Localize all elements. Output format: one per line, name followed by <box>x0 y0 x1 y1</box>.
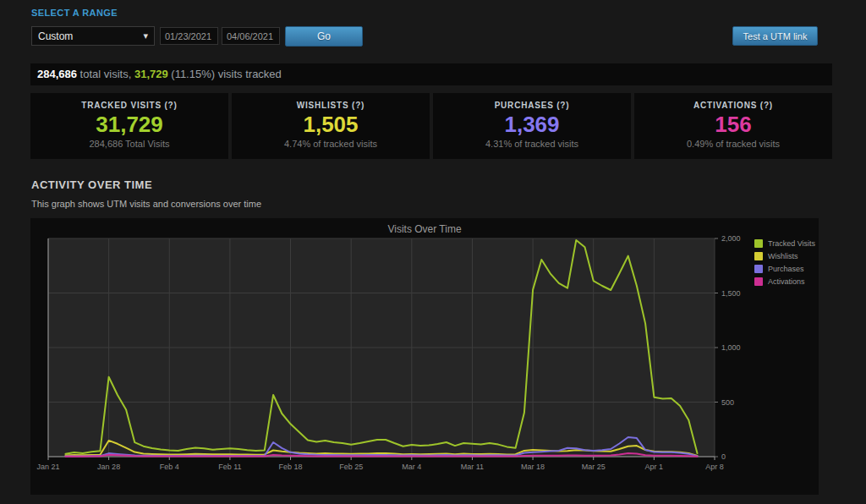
legend-swatch-icon <box>754 277 763 286</box>
x-tick-label: Apr 1 <box>645 463 664 471</box>
total-visits-text: total visits, <box>77 68 134 80</box>
tracked-visits-count: 31,729 <box>134 68 168 80</box>
activity-section-subtitle: This graph shows UTM visits and conversi… <box>31 199 261 209</box>
chart-title: Visits Over Time <box>30 223 819 235</box>
y-tick-label: 1,500 <box>721 289 741 298</box>
select-range-label: SELECT A RANGE <box>31 8 118 18</box>
x-tick-label: Feb 18 <box>279 463 303 471</box>
card-label: WISHLISTS (?) <box>297 101 364 110</box>
legend-item-wishlists: Wishlists <box>754 249 815 262</box>
x-tick-label: Mar 25 <box>582 463 606 471</box>
x-tick-label: Mar 11 <box>461 463 484 471</box>
x-tick-label: Feb 4 <box>160 463 179 471</box>
card-subtext: 4.31% of tracked visits <box>485 139 578 149</box>
visits-over-time-chart: Jan 21Jan 28Feb 4Feb 11Feb 18Feb 25Mar 4… <box>30 218 819 495</box>
legend-item-activations: Activations <box>754 275 815 288</box>
x-tick-label: Apr 8 <box>705 463 724 471</box>
card-purchases: PURCHASES (?) 1,369 4.31% of tracked vis… <box>433 93 631 159</box>
range-select[interactable]: Custom ▾ <box>31 26 155 46</box>
card-label-text: TRACKED VISITS <box>81 101 164 110</box>
card-subtext: 284,686 Total Visits <box>90 139 170 149</box>
x-tick-label: Feb 11 <box>218 463 241 471</box>
legend-label: Wishlists <box>768 252 798 260</box>
legend-item-purchases: Purchases <box>754 262 815 275</box>
x-tick-label: Mar 4 <box>402 463 421 471</box>
y-tick-label: 1,000 <box>721 343 741 352</box>
end-date-input[interactable] <box>222 27 280 45</box>
chart-legend: Tracked VisitsWishlistsPurchasesActivati… <box>754 237 815 288</box>
legend-label: Activations <box>768 277 805 286</box>
card-label: ACTIVATIONS (?) <box>693 101 773 110</box>
card-value: 156 <box>715 112 751 136</box>
go-button[interactable]: Go <box>285 26 363 47</box>
legend-swatch-icon <box>754 252 763 260</box>
activity-section-title: ACTIVITY OVER TIME <box>31 178 152 191</box>
card-subtext: 4.74% of tracked visits <box>284 139 377 149</box>
card-label-text: WISHLISTS <box>297 101 352 110</box>
legend-label: Purchases <box>768 265 804 273</box>
help-link[interactable]: (?) <box>164 101 177 110</box>
help-link[interactable]: (?) <box>760 101 773 110</box>
card-value: 1,369 <box>504 112 559 136</box>
total-visits-count: 284,686 <box>37 68 77 80</box>
legend-swatch-icon <box>754 239 763 248</box>
legend-swatch-icon <box>754 265 763 273</box>
card-label: PURCHASES (?) <box>495 101 570 110</box>
test-utm-link-button[interactable]: Test a UTM link <box>732 26 818 46</box>
legend-label: Tracked Visits <box>768 239 815 248</box>
visits-over-time-chart-panel: Jan 21Jan 28Feb 4Feb 11Feb 18Feb 25Mar 4… <box>30 218 819 495</box>
stat-cards-row: TRACKED VISITS (?) 31,729 284,686 Total … <box>30 93 832 159</box>
start-date-input[interactable] <box>160 27 218 45</box>
y-tick-label: 2,000 <box>721 234 741 243</box>
x-tick-label: Jan 21 <box>36 463 59 471</box>
y-tick-label: 500 <box>721 398 734 407</box>
help-link[interactable]: (?) <box>556 101 569 110</box>
x-tick-label: Jan 28 <box>97 463 120 471</box>
chevron-down-icon: ▾ <box>143 30 148 41</box>
help-link[interactable]: (?) <box>352 101 364 110</box>
x-tick-label: Feb 25 <box>339 463 363 471</box>
y-tick-label: 0 <box>721 452 726 461</box>
card-value: 1,505 <box>303 112 358 136</box>
card-tracked-visits: TRACKED VISITS (?) 31,729 284,686 Total … <box>30 93 228 159</box>
range-select-value: Custom <box>38 30 73 42</box>
tracked-visits-text: (11.15%) visits tracked <box>168 68 282 80</box>
legend-item-tracked-visits: Tracked Visits <box>754 237 815 249</box>
card-wishlists: WISHLISTS (?) 1,505 4.74% of tracked vis… <box>232 93 430 159</box>
card-subtext: 0.49% of tracked visits <box>687 139 780 149</box>
card-value: 31,729 <box>96 112 163 136</box>
x-tick-label: Mar 18 <box>521 463 545 471</box>
visits-summary-bar: 284,686 total visits, 31,729 (11.15%) vi… <box>30 63 832 85</box>
card-label-text: PURCHASES <box>495 101 557 110</box>
card-activations: ACTIVATIONS (?) 156 0.49% of tracked vis… <box>634 93 832 159</box>
card-label: TRACKED VISITS (?) <box>81 101 177 110</box>
card-label-text: ACTIVATIONS <box>693 101 760 110</box>
